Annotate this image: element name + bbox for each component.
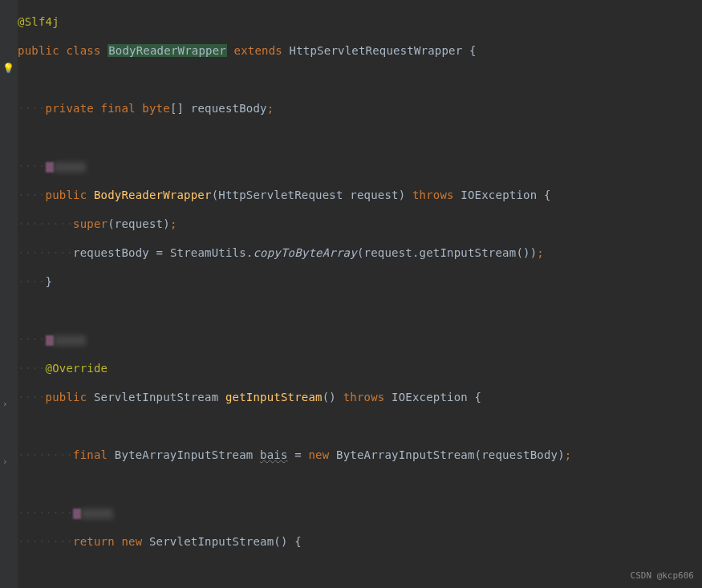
annotation: @Slf4j (18, 15, 59, 28)
watermark: CSDN @kcp606 (631, 569, 694, 583)
fold-arrow-icon[interactable]: › (2, 455, 8, 469)
code-editor[interactable]: 💡 › › @Slf4j public class BodyReaderWrap… (0, 0, 702, 588)
class-name-highlight: BodyReaderWrapper (108, 44, 227, 57)
fold-arrow-icon[interactable]: › (2, 397, 8, 412)
gutter: 💡 › › (0, 0, 18, 588)
author-tag (46, 162, 54, 172)
code-area[interactable]: @Slf4j public class BodyReaderWrapper ex… (18, 0, 702, 588)
intention-bulb-icon[interactable]: 💡 (2, 61, 14, 75)
